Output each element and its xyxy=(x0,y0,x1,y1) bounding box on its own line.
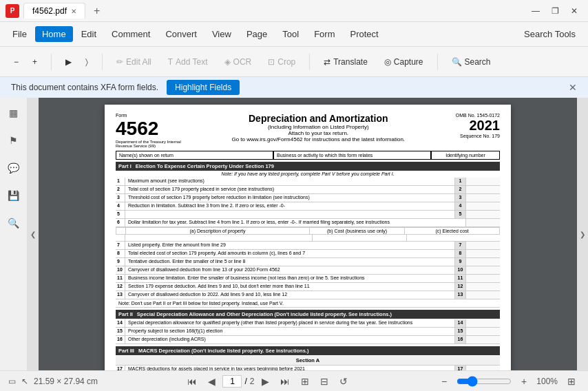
part-II-title: Special Depreciation Allowance and Other… xyxy=(137,311,392,317)
add-text-icon: T xyxy=(168,57,173,67)
sidebar-pages-icon[interactable]: ▦ xyxy=(4,103,23,123)
table-row: 8 Total elected cost of section 179 prop… xyxy=(116,250,500,258)
form-subtitle2: Attach to your tax return. xyxy=(181,130,456,136)
notification-bar: This document contains XFA form fields. … xyxy=(0,77,588,98)
main-area: ▦ ⚑ 💬 💾 🔍 ❮ Form 4562 Department of the … xyxy=(0,98,588,370)
ocr-btn[interactable]: ◈ OCR xyxy=(219,54,258,70)
page-sep: / xyxy=(244,377,246,386)
cursor-btn[interactable]: ▶ xyxy=(60,54,77,70)
form-subtitle1: (Including Information on Listed Propert… xyxy=(181,124,456,130)
menubar: File Home Edit Comment Convert View Page… xyxy=(0,22,588,47)
menu-protect[interactable]: Protect xyxy=(343,26,385,42)
zoom-out-btn[interactable]: − xyxy=(8,54,24,70)
form-number: 4562 xyxy=(116,118,181,140)
ocr-icon: ◈ xyxy=(224,57,231,67)
page-total: 2 xyxy=(250,377,255,386)
close-button[interactable]: ✕ xyxy=(566,3,582,19)
titlebar: P f4562.pdf ✕ + — ❐ ✕ xyxy=(0,0,588,22)
omb-number: OMB No. 1545-0172 xyxy=(456,113,500,118)
col-a-header: (a) Description of property xyxy=(126,228,310,234)
table-row: 13 Carryover of disallowed deduction to … xyxy=(116,291,500,299)
capture-btn[interactable]: ◎ Capture xyxy=(379,54,429,70)
dimensions-text: 21.59 × 27.94 cm xyxy=(34,377,98,386)
left-panel-toggle[interactable]: ❮ xyxy=(28,98,39,370)
id-cell: Identifying number xyxy=(431,151,500,160)
table-row: 17 MACRS deductions for assets placed in… xyxy=(116,366,500,370)
toolbar-sep-2 xyxy=(102,54,103,70)
page-input[interactable] xyxy=(222,375,242,388)
menu-search-tools[interactable]: Search Tools xyxy=(517,26,582,42)
edit-all-btn[interactable]: ✏ Edit All xyxy=(111,54,157,70)
status-dimensions: ▭ ↖ 21.59 × 27.94 cm xyxy=(8,377,98,386)
part-III-title: MACRS Depreciation (Don't include listed… xyxy=(138,348,309,354)
toolbar: − + ▶ 〉 ✏ Edit All T Add Text ◈ OCR ⊡ Cr… xyxy=(0,47,588,77)
table-row: 5 5 xyxy=(116,211,500,219)
menu-convert[interactable]: Convert xyxy=(158,26,204,42)
minimize-button[interactable]: — xyxy=(527,3,544,19)
nav-next-btn[interactable]: ▶ xyxy=(258,374,273,388)
translate-btn[interactable]: ⇄ Translate xyxy=(318,54,373,70)
cursor-tool-icon[interactable]: ▭ xyxy=(8,377,16,386)
fit-page-btn[interactable]: ⊞ xyxy=(297,374,313,388)
menu-view[interactable]: View xyxy=(205,26,238,42)
restore-button[interactable]: ❐ xyxy=(547,3,563,19)
right-panel-toggle[interactable]: ❯ xyxy=(577,98,588,370)
select-tool-icon[interactable]: ↖ xyxy=(21,377,28,386)
rotate-btn[interactable]: ↺ xyxy=(335,374,352,388)
header-info-row: Name(s) shown on return Business or acti… xyxy=(116,151,500,160)
select-group: ▶ 〉 xyxy=(60,54,94,70)
zoom-in-status-btn[interactable]: + xyxy=(517,374,531,388)
notification-content: This document contains XFA form fields. … xyxy=(11,80,240,95)
nav-first-btn[interactable]: ⏮ xyxy=(183,374,201,388)
table-row: 6 Dollar limitation for tax year. Subtra… xyxy=(116,219,500,227)
business-cell: Business or activity to which this form … xyxy=(273,151,431,160)
tab-close-btn[interactable]: ✕ xyxy=(71,8,76,15)
table-row: 14 Special depreciation allowance for qu… xyxy=(116,319,500,328)
sidebar-attachment-icon[interactable]: 💾 xyxy=(4,186,23,205)
hand-btn[interactable]: 〉 xyxy=(80,54,94,70)
crop-btn[interactable]: ⊡ Crop xyxy=(262,54,301,70)
highlight-fields-btn[interactable]: Highlight Fields xyxy=(167,80,240,95)
status-bar: ▭ ↖ 21.59 × 27.94 cm ⏮ ◀ / 2 ▶ ⏭ ⊞ ⊟ ↺ −… xyxy=(0,370,588,391)
zoom-out-status-btn[interactable]: − xyxy=(437,374,451,388)
menu-comment[interactable]: Comment xyxy=(105,26,157,42)
new-tab-button[interactable]: + xyxy=(90,5,104,17)
page-navigation: ⏮ ◀ / 2 ▶ ⏭ ⊞ ⊟ ↺ xyxy=(183,374,351,388)
titlebar-right: — ❐ ✕ xyxy=(527,3,582,19)
fit-mode-btn[interactable]: ⊞ xyxy=(563,374,580,388)
col-b-header: (b) Cost (business use only) xyxy=(310,228,405,234)
notification-close-btn[interactable]: ✕ xyxy=(569,82,577,93)
menu-edit[interactable]: Edit xyxy=(74,26,103,42)
part-I-note: Note: If you have any listed property, c… xyxy=(116,171,500,176)
table-row: 2 Total cost of section 179 property pla… xyxy=(116,186,500,194)
menu-form[interactable]: Form xyxy=(307,26,342,42)
menu-file[interactable]: File xyxy=(6,26,34,42)
left-sidebar: ▦ ⚑ 💬 💾 🔍 xyxy=(0,98,28,370)
form-label: Form xyxy=(116,113,181,118)
tab-filename: f4562.pdf xyxy=(32,6,67,16)
menu-page[interactable]: Page xyxy=(240,26,274,42)
zoom-in-btn[interactable]: + xyxy=(27,54,43,70)
part-I-title: Election To Expense Certain Property Und… xyxy=(136,163,274,169)
app-tab[interactable]: f4562.pdf ✕ xyxy=(23,3,85,19)
sidebar-comment-icon[interactable]: 💬 xyxy=(4,158,23,178)
nav-last-btn[interactable]: ⏭ xyxy=(276,374,294,388)
fit-width-btn[interactable]: ⊟ xyxy=(316,374,333,388)
nav-prev-btn[interactable]: ◀ xyxy=(204,374,220,388)
table-row: 11 Business income limitation. Enter the… xyxy=(116,275,500,283)
crop-icon: ⊡ xyxy=(268,57,275,67)
table-row: 16 Other depreciation (including ACRS) 1… xyxy=(116,336,500,344)
table-row: 15 Property subject to section 168(f)(1)… xyxy=(116,328,500,336)
toolbar-sep-4 xyxy=(437,54,438,70)
menu-tool[interactable]: Tool xyxy=(275,26,306,42)
add-text-btn[interactable]: T Add Text xyxy=(162,54,213,70)
zoom-slider[interactable] xyxy=(456,376,512,387)
zoom-controls: − + 100% ⊞ xyxy=(437,374,580,388)
part-I-footer-note: Note: Don't use Part II or Part III belo… xyxy=(116,299,500,308)
sidebar-bookmark-icon[interactable]: ⚑ xyxy=(4,131,23,150)
menu-home[interactable]: Home xyxy=(35,26,73,42)
table-row: 10 Carryover of disallowed deduction fro… xyxy=(116,266,500,275)
section-a-header: Section A xyxy=(116,356,500,366)
sidebar-search-icon[interactable]: 🔍 xyxy=(4,213,23,233)
search-btn[interactable]: 🔍 Search xyxy=(446,54,496,70)
